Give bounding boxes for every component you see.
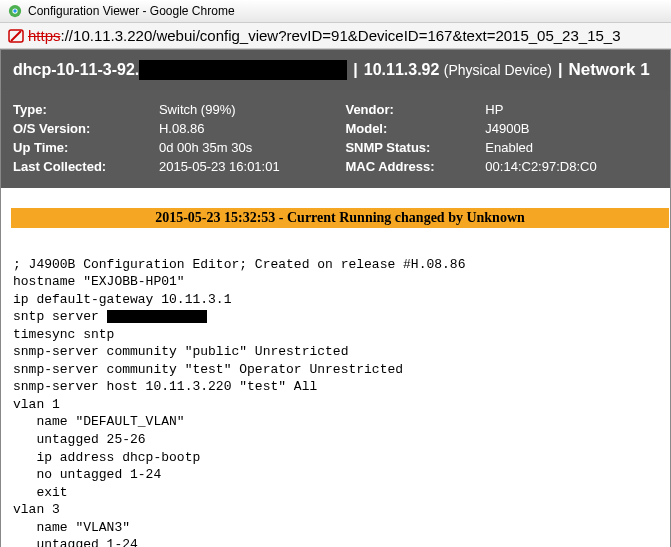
page-content: dhcp-10-11-3-92. | 10.11.3.92 (Physical … [0, 49, 671, 547]
svg-line-4 [11, 31, 21, 41]
device-hostname: dhcp-10-11-3-92. [13, 61, 139, 79]
table-row: Last Collected: 2015-05-23 16:01:01 MAC … [13, 157, 658, 176]
mac-label: MAC Address: [345, 157, 485, 176]
uptime-value: 0d 00h 35m 30s [159, 138, 345, 157]
os-value: H.08.86 [159, 119, 345, 138]
lastcollected-value: 2015-05-23 16:01:01 [159, 157, 345, 176]
os-label: O/S Version: [13, 119, 159, 138]
redacted-block [139, 60, 347, 80]
url-rest: ://10.11.3.220/webui/config_view?revID=9… [61, 27, 621, 44]
spacer [1, 188, 670, 208]
window-titlebar: Configuration Viewer - Google Chrome [0, 0, 671, 23]
type-value: Switch (99%) [159, 100, 345, 119]
svg-point-2 [13, 9, 17, 13]
url-text: https://10.11.3.220/webui/config_view?re… [28, 27, 621, 44]
config-post: timesync sntp snmp-server community "pub… [13, 327, 403, 547]
separator: | [353, 61, 357, 79]
device-ip: 10.11.3.92 [364, 61, 440, 79]
uptime-label: Up Time: [13, 138, 159, 157]
security-warning-icon [8, 28, 24, 44]
redacted-block [107, 310, 207, 323]
mac-value: 00:14:C2:97:D8:C0 [485, 157, 658, 176]
device-physical-label: (Physical Device) [444, 62, 552, 78]
snmp-label: SNMP Status: [345, 138, 485, 157]
lastcollected-label: Last Collected: [13, 157, 159, 176]
model-value: J4900B [485, 119, 658, 138]
network-label: Network 1 [568, 60, 649, 80]
config-text: ; J4900B Configuration Editor; Created o… [1, 228, 670, 547]
table-row: Type: Switch (99%) Vendor: HP [13, 100, 658, 119]
device-info-grid: Type: Switch (99%) Vendor: HP O/S Versio… [1, 90, 670, 188]
app-icon [8, 4, 22, 18]
vendor-value: HP [485, 100, 658, 119]
vendor-label: Vendor: [345, 100, 485, 119]
window-title: Configuration Viewer - Google Chrome [28, 4, 235, 18]
change-banner: 2015-05-23 15:32:53 - Current Running ch… [1, 208, 670, 228]
snmp-value: Enabled [485, 138, 658, 157]
model-label: Model: [345, 119, 485, 138]
address-bar[interactable]: https://10.11.3.220/webui/config_view?re… [0, 23, 671, 49]
url-scheme: https [28, 27, 61, 44]
type-label: Type: [13, 100, 159, 119]
table-row: O/S Version: H.08.86 Model: J4900B [13, 119, 658, 138]
separator: | [558, 61, 562, 79]
device-header: dhcp-10-11-3-92. | 10.11.3.92 (Physical … [1, 50, 670, 90]
table-row: Up Time: 0d 00h 35m 30s SNMP Status: Ena… [13, 138, 658, 157]
config-pre: ; J4900B Configuration Editor; Created o… [13, 257, 465, 325]
